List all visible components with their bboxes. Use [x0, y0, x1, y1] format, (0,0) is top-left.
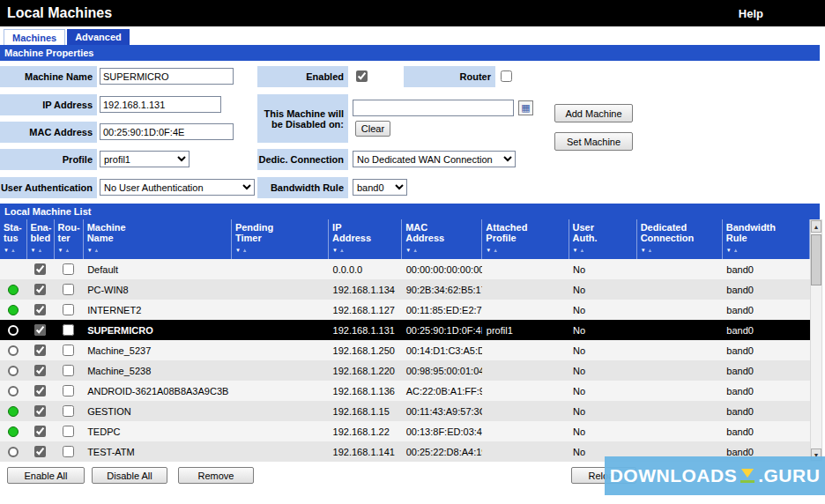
ip-address-cell: 192.168.1.220 — [329, 360, 402, 381]
row-router-checkbox[interactable] — [63, 284, 74, 295]
add-machine-button[interactable]: Add Machine — [554, 104, 633, 122]
machine-row[interactable]: INTERNET2 192.168.1.127 00:11:85:ED:E2:7… — [0, 300, 810, 320]
sort-icon[interactable]: ▼▲ — [58, 245, 83, 256]
column-header[interactable]: IP Address ▼▲ — [329, 219, 402, 259]
status-icon — [8, 305, 19, 315]
row-enabled-checkbox[interactable] — [34, 345, 46, 356]
row-enabled-checkbox[interactable] — [34, 284, 46, 295]
machine-row[interactable]: GESTION 192.168.1.15 00:11:43:A9:57:3C N… — [0, 401, 810, 421]
column-header[interactable]: Dedicated Connection ▼▲ — [636, 219, 722, 259]
row-enabled-checkbox[interactable] — [34, 365, 46, 376]
column-header[interactable]: Bandwidth Rule ▼▲ — [722, 219, 809, 259]
tab-advanced[interactable]: Advanced — [67, 29, 130, 45]
machine-row[interactable]: Default 0.0.0.0 00:00:00:00:00:00 No ban… — [0, 259, 810, 279]
ip-address-input[interactable] — [100, 96, 221, 113]
user-auth-select[interactable]: No User Authentication — [100, 179, 255, 196]
row-enabled-checkbox[interactable] — [34, 426, 46, 437]
machine-row[interactable]: TEDPC 192.168.1.22 00:13:8F:ED:03:49 No … — [0, 421, 810, 441]
sort-icon[interactable]: ▼▲ — [573, 245, 636, 256]
column-header[interactable]: Sta- tus ▼▲ — [0, 219, 26, 259]
column-header[interactable]: User Auth. ▼▲ — [569, 219, 636, 259]
titlebar: Local Machines Help — [0, 0, 825, 26]
sort-icon[interactable]: ▼▲ — [235, 245, 328, 256]
help-link[interactable]: Help — [739, 7, 763, 20]
mac-address-cell: 00:11:43:A9:57:3C — [402, 401, 482, 421]
column-header[interactable]: Machine Name ▼▲ — [83, 219, 231, 259]
sort-icon[interactable]: ▼▲ — [87, 245, 231, 256]
sort-icon[interactable]: ▼▲ — [486, 245, 568, 256]
column-header-line1: Rou- — [58, 222, 83, 233]
row-router-checkbox[interactable] — [63, 263, 74, 275]
disabled-on-input[interactable] — [353, 100, 514, 116]
machine-name-input[interactable] — [100, 68, 234, 85]
enabled-checkbox[interactable] — [356, 70, 368, 82]
machine-row[interactable]: PC-WIN8 192.168.1.134 90:2B:34:62:B5:17 … — [0, 279, 810, 300]
machine-row[interactable]: Machine_5237 192.168.1.250 00:14:D1:C3:A… — [0, 340, 810, 360]
attached-profile-cell — [482, 340, 569, 360]
column-header[interactable]: Attached Profile ▼▲ — [482, 219, 569, 259]
user-auth-cell: No — [569, 259, 636, 279]
row-router-checkbox[interactable] — [63, 345, 74, 356]
row-enabled-checkbox[interactable] — [34, 324, 46, 336]
sort-icon[interactable]: ▼▲ — [641, 245, 722, 256]
column-header-line1: Machine — [87, 222, 231, 233]
row-enabled-checkbox[interactable] — [34, 385, 46, 397]
row-router-checkbox[interactable] — [63, 446, 74, 457]
calendar-picker-button[interactable]: ▦ — [518, 100, 533, 115]
pending-timer-cell — [231, 320, 328, 340]
machine-name-cell: TEDPC — [83, 421, 231, 441]
ip-address-cell: 192.168.1.136 — [329, 381, 402, 401]
dedic-connection-select[interactable]: No Dedicated WAN Connection — [353, 151, 516, 167]
row-router-checkbox[interactable] — [63, 405, 74, 417]
profile-select[interactable]: profil1 — [100, 151, 190, 167]
user-auth-cell: No — [569, 300, 636, 320]
scrollbar-thumb[interactable] — [811, 234, 821, 285]
row-enabled-checkbox[interactable] — [34, 405, 46, 417]
router-checkbox[interactable] — [501, 70, 512, 82]
machine-name-cell: TEST-ATM — [83, 441, 231, 462]
bandwidth-rule-cell: band0 — [722, 340, 809, 360]
sort-icon[interactable]: ▼▲ — [31, 245, 54, 256]
bandwidth-rule-cell: band0 — [722, 300, 809, 320]
scroll-up-arrow-icon[interactable]: ▲ — [811, 220, 821, 233]
disable-all-button[interactable]: Disable All — [92, 467, 167, 484]
column-header[interactable]: Rou- ter ▼▲ — [54, 219, 83, 259]
row-router-checkbox[interactable] — [63, 304, 74, 315]
enable-all-button[interactable]: Enable All — [7, 467, 85, 484]
attached-profile-cell — [482, 381, 569, 401]
dedicated-connection-cell — [636, 300, 722, 320]
column-header[interactable]: Pending Timer ▼▲ — [231, 219, 328, 259]
vertical-scrollbar[interactable]: ▲ ▼ — [810, 219, 822, 462]
ip-address-cell: 192.168.1.22 — [329, 421, 402, 441]
row-router-checkbox[interactable] — [63, 426, 74, 437]
row-router-checkbox[interactable] — [63, 324, 74, 336]
sort-icon[interactable]: ▼▲ — [405, 245, 481, 256]
mac-address-input[interactable] — [100, 123, 234, 140]
column-header[interactable]: MAC Address ▼▲ — [402, 219, 482, 259]
column-header-line1: Attached — [486, 222, 568, 233]
column-header[interactable]: Ena- bled ▼▲ — [26, 219, 54, 259]
machine-row[interactable]: SUPERMICRO 192.168.1.131 00:25:90:1D:0F:… — [0, 320, 810, 340]
mac-address-cell: 00:98:95:00:01:04 — [402, 360, 482, 381]
row-router-checkbox[interactable] — [63, 385, 74, 397]
bandwidth-rule-cell: band0 — [722, 259, 809, 279]
sort-icon[interactable]: ▼▲ — [332, 245, 401, 256]
status-icon — [8, 345, 19, 356]
row-enabled-checkbox[interactable] — [34, 446, 46, 457]
row-router-checkbox[interactable] — [63, 365, 74, 376]
machine-name-cell: GESTION — [83, 401, 231, 421]
set-machine-button[interactable]: Set Machine — [554, 132, 633, 151]
row-enabled-checkbox[interactable] — [34, 304, 46, 315]
tab-machines[interactable]: Machines — [4, 29, 65, 45]
profile-label: Profile — [0, 149, 97, 170]
clear-date-button[interactable]: Clear — [355, 121, 390, 137]
calendar-icon: ▦ — [521, 102, 530, 113]
sort-icon[interactable]: ▼▲ — [4, 245, 26, 256]
bandwidth-rule-select[interactable]: band0 — [353, 179, 407, 196]
machine-row[interactable]: Machine_5238 192.168.1.220 00:98:95:00:0… — [0, 360, 810, 381]
downloads-guru-watermark: DOWNLOADS .GURU — [605, 456, 825, 495]
machine-row[interactable]: ANDROID-3621A08B8A3A9C3B 192.168.1.136 A… — [0, 381, 810, 401]
sort-icon[interactable]: ▼▲ — [726, 245, 809, 256]
row-enabled-checkbox[interactable] — [34, 263, 46, 275]
remove-button[interactable]: Remove — [178, 467, 254, 484]
